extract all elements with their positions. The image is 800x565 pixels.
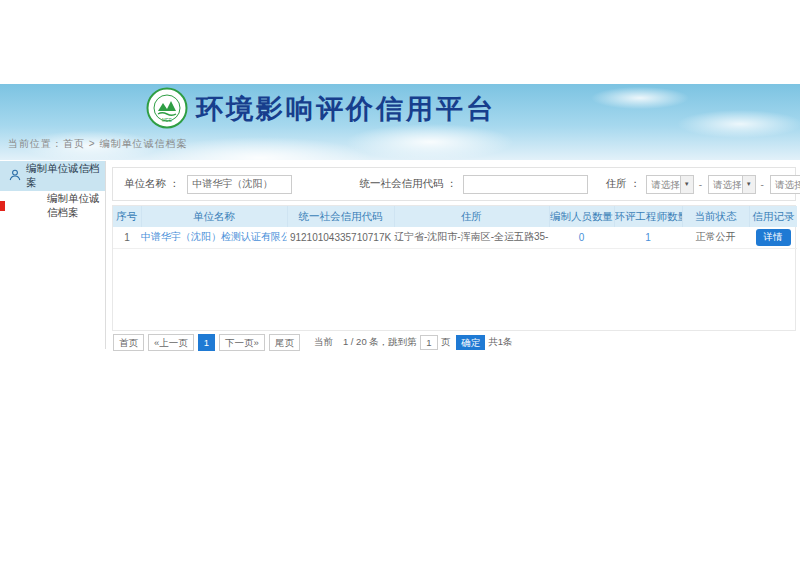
pagination-prev-button[interactable]: «上一页 bbox=[148, 334, 194, 351]
pagination-info-text: 1 / 20 条，跳到第 bbox=[343, 336, 417, 349]
cell-address: 辽宁省-沈阳市-浑南区-全运五路35-1号楼902 bbox=[394, 227, 549, 248]
red-bullet-marker bbox=[0, 201, 5, 211]
col-index: 序号 bbox=[113, 206, 141, 227]
breadcrumb-location-label: 当前位置： bbox=[8, 138, 63, 149]
search-form: 单位名称 ： 统一社会信用代码 ： 住所 ： 请选择 ▼ - 请选择 ▼ - 请… bbox=[112, 167, 796, 201]
select-value: 请选择 bbox=[771, 176, 800, 193]
user-icon bbox=[9, 167, 21, 185]
pagination-first-button[interactable]: 首页 bbox=[113, 334, 144, 351]
pagination-last-button[interactable]: 尾页 bbox=[269, 334, 300, 351]
table-row: 1 中谱华宇（沈阳）检测认证有限公司 91210104335710717K 辽宁… bbox=[113, 227, 797, 248]
pagination-current-label: 当前 bbox=[314, 336, 333, 349]
unit-name-input[interactable] bbox=[187, 175, 292, 194]
sidebar-item-credit-archive-header[interactable]: 编制单位诚信档案 bbox=[0, 161, 105, 191]
unit-name-label: 单位名称 ： bbox=[124, 177, 179, 191]
address-province-select[interactable]: 请选择 ▼ bbox=[646, 175, 694, 194]
col-unit-name: 单位名称 bbox=[141, 206, 287, 227]
pagination-page-1-button[interactable]: 1 bbox=[198, 334, 215, 351]
pagination-page-unit: 页 bbox=[441, 336, 451, 349]
site-title: 环境影响评价信用平台 bbox=[196, 91, 496, 127]
sidebar-item-label: 编制单位诚信档案 bbox=[47, 192, 105, 220]
breadcrumb-separator: > bbox=[89, 138, 96, 149]
cell-unit-name-link[interactable]: 中谱华宇（沈阳）检测认证有限公司 bbox=[141, 227, 287, 248]
breadcrumb-home-link[interactable]: 首页 bbox=[63, 138, 85, 149]
select-value: 请选择 bbox=[709, 176, 742, 193]
address-district-select[interactable]: 请选择 ▼ bbox=[770, 175, 800, 194]
select-value: 请选择 bbox=[647, 176, 680, 193]
breadcrumb: 当前位置：首页 > 编制单位诚信档案 bbox=[8, 137, 187, 151]
col-credit-code: 统一社会信用代码 bbox=[287, 206, 394, 227]
svg-text:MEE: MEE bbox=[162, 118, 172, 123]
cell-index: 1 bbox=[113, 227, 141, 248]
credit-code-label: 统一社会信用代码 ： bbox=[359, 177, 456, 191]
cell-engineer-count-link[interactable]: 1 bbox=[614, 227, 682, 248]
pagination-jump-input[interactable] bbox=[420, 335, 438, 350]
chevron-down-icon[interactable]: ▼ bbox=[680, 176, 693, 193]
cell-status: 正常公开 bbox=[682, 227, 749, 248]
col-staff-count: 编制人员数量 bbox=[549, 206, 614, 227]
table-header-row: 序号 单位名称 统一社会信用代码 住所 编制人员数量 环评工程师数量 当前状态 … bbox=[113, 206, 797, 227]
pagination-next-button[interactable]: 下一页» bbox=[219, 334, 265, 351]
address-label: 住所 ： bbox=[606, 177, 640, 191]
col-engineer-count: 环评工程师数量 bbox=[614, 206, 682, 227]
col-credit-record: 信用记录 bbox=[749, 206, 797, 227]
page: MEE 环境影响评价信用平台 当前位置：首页 > 编制单位诚信档案 编制单位诚信… bbox=[0, 0, 800, 565]
breadcrumb-current: 编制单位诚信档案 bbox=[99, 138, 187, 149]
pagination-total: 共1条 bbox=[488, 336, 512, 349]
credit-code-input[interactable] bbox=[463, 175, 588, 194]
col-status: 当前状态 bbox=[682, 206, 749, 227]
detail-button[interactable]: 详情 bbox=[756, 229, 791, 246]
results-table-container: 序号 单位名称 统一社会信用代码 住所 编制人员数量 环评工程师数量 当前状态 … bbox=[112, 205, 796, 331]
sidebar: 编制单位诚信档案 编制单位诚信档案 bbox=[0, 161, 106, 349]
col-address: 住所 bbox=[394, 206, 549, 227]
sidebar-item-label: 编制单位诚信档案 bbox=[26, 162, 105, 190]
sidebar-item-credit-archive[interactable]: 编制单位诚信档案 bbox=[0, 191, 105, 221]
chevron-down-icon[interactable]: ▼ bbox=[742, 176, 755, 193]
mee-logo-icon: MEE bbox=[146, 87, 188, 129]
address-city-select[interactable]: 请选择 ▼ bbox=[708, 175, 756, 194]
results-table: 序号 单位名称 统一社会信用代码 住所 编制人员数量 环评工程师数量 当前状态 … bbox=[113, 206, 797, 249]
cell-action: 详情 bbox=[749, 227, 797, 248]
select-separator: - bbox=[761, 179, 764, 190]
pagination: 首页 «上一页 1 下一页» 尾页 当前 1 / 20 条，跳到第 页 确定 共… bbox=[113, 334, 513, 351]
pagination-confirm-button[interactable]: 确定 bbox=[456, 335, 485, 350]
header-banner: MEE 环境影响评价信用平台 当前位置：首页 > 编制单位诚信档案 bbox=[0, 84, 800, 160]
cell-staff-count-link[interactable]: 0 bbox=[549, 227, 614, 248]
select-separator: - bbox=[699, 179, 702, 190]
cell-credit-code: 91210104335710717K bbox=[287, 227, 394, 248]
